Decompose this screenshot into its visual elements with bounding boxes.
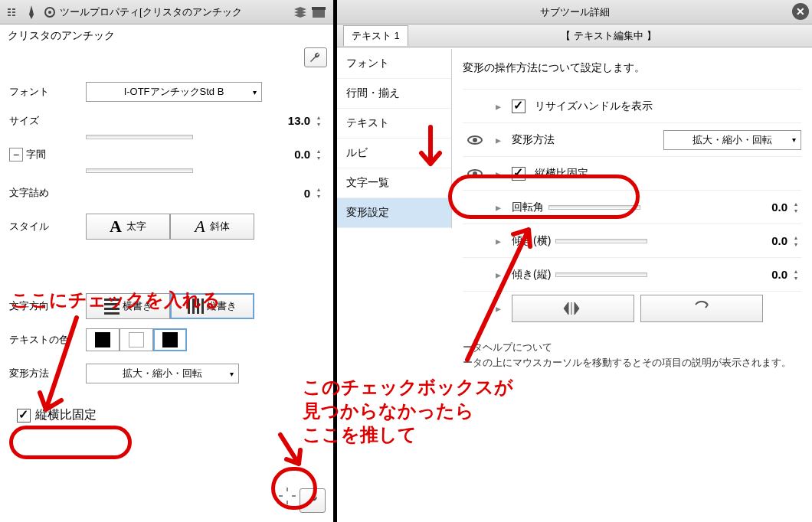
- tsume-row: 文字詰め 0: [9, 178, 324, 208]
- tracking-value[interactable]: 0.0: [272, 148, 310, 161]
- cat-transform[interactable]: 変形設定: [337, 198, 451, 228]
- svg-rect-13: [292, 495, 296, 497]
- cat-line[interactable]: 行間・揃え: [337, 79, 451, 109]
- skew-h-slider[interactable]: [555, 239, 647, 243]
- skew-h-stepper[interactable]: [791, 233, 801, 250]
- resize-handle-label: リサイズハンドルを表示: [535, 100, 653, 113]
- bold-button[interactable]: A太字: [86, 214, 170, 240]
- svg-rect-9: [312, 7, 326, 10]
- svg-rect-8: [313, 10, 325, 18]
- keep-ratio-checkbox-right[interactable]: [512, 167, 526, 181]
- transform-label: 変形方法: [9, 367, 86, 380]
- skew-h-value[interactable]: 0.0: [749, 234, 787, 247]
- keep-ratio-label-left: 縦横比固定: [35, 407, 97, 423]
- vertical-button[interactable]: 縦書き: [170, 293, 254, 319]
- size-slider[interactable]: [86, 135, 193, 139]
- svg-rect-5: [12, 15, 15, 16]
- tracking-slider[interactable]: [86, 168, 193, 173]
- style-row: スタイル A太字 A斜体: [9, 211, 324, 242]
- cat-ruby[interactable]: ルビ: [337, 139, 451, 168]
- svg-rect-1: [8, 11, 11, 13]
- wrench-button-top[interactable]: [304, 47, 327, 67]
- grip-icon[interactable]: [5, 4, 21, 21]
- size-label: サイズ: [9, 114, 86, 128]
- skew-v-stepper[interactable]: [791, 266, 801, 283]
- expand-icon[interactable]: ▸: [487, 269, 509, 281]
- expand-icon[interactable]: ▸: [487, 235, 509, 247]
- expand-icon[interactable]: ▸: [487, 302, 509, 315]
- right-title: サブツール詳細: [540, 5, 610, 19]
- horizontal-button[interactable]: 横書き: [86, 293, 170, 319]
- rotation-stepper[interactable]: [791, 199, 801, 216]
- right-body: 変形の操作方法について設定します。 ▸ リサイズハンドルを表示 ▸ 変形方法 拡…: [452, 49, 812, 522]
- font-label: フォント: [9, 85, 86, 99]
- visibility-eye[interactable]: [463, 135, 487, 145]
- clapper-icon[interactable]: [310, 4, 327, 21]
- direction-label: 文字方向: [9, 299, 86, 313]
- loading-icon: [278, 487, 296, 508]
- text-tab[interactable]: テキスト 1: [343, 25, 408, 46]
- expand-icon[interactable]: ▸: [487, 168, 509, 180]
- expand-icon[interactable]: ▸: [487, 100, 509, 113]
- direction-row: 文字方向 横書き 縦書き: [9, 291, 324, 321]
- pen-icon: [23, 4, 40, 21]
- text-color-label: テキストの色: [9, 333, 86, 347]
- stack-icon[interactable]: [292, 4, 309, 21]
- visibility-eye[interactable]: [463, 169, 487, 178]
- skew-h-label: 傾き(横): [512, 234, 551, 248]
- tracking-label: 字間: [26, 148, 87, 161]
- method-dropdown[interactable]: 拡大・縮小・回転: [663, 130, 801, 150]
- expand-icon[interactable]: ▸: [487, 134, 509, 146]
- rotation-row: ▸ 回転角 0.0: [463, 190, 801, 223]
- flip-vertical-button[interactable]: [640, 295, 763, 322]
- skew-v-row: ▸ 傾き(縦) 0.0: [463, 257, 801, 291]
- style-label: スタイル: [9, 220, 86, 233]
- close-button[interactable]: ✕: [792, 3, 809, 20]
- tracking-stepper[interactable]: [313, 146, 324, 163]
- color-swatch-3[interactable]: [153, 328, 187, 351]
- gear-icon[interactable]: [41, 4, 58, 21]
- font-row: フォント I-OTFアンチックStd B: [9, 77, 324, 107]
- color-swatch-1[interactable]: [86, 328, 120, 351]
- flip-row: ▸: [463, 291, 801, 325]
- rotation-label: 回転角: [512, 201, 544, 214]
- size-stepper[interactable]: [313, 113, 324, 129]
- tracking-expand-icon[interactable]: −: [9, 148, 23, 161]
- resize-handle-row: ▸ リサイズハンドルを表示: [463, 89, 801, 122]
- resize-handle-checkbox[interactable]: [512, 100, 526, 113]
- transform-row: 変形方法 拡大・縮小・回転: [9, 358, 324, 389]
- cat-charlist[interactable]: 文字一覧: [337, 168, 451, 198]
- svg-rect-10: [286, 488, 288, 491]
- cat-font[interactable]: フォント: [337, 49, 451, 79]
- svg-rect-11: [286, 501, 288, 504]
- italic-button[interactable]: A斜体: [170, 214, 254, 240]
- tool-name-row: クリスタのアンチック: [0, 24, 333, 47]
- left-title: ツールプロパティ[クリスタのアンチック: [60, 5, 242, 19]
- rotation-slider[interactable]: [548, 205, 640, 210]
- category-list: フォント 行間・揃え テキスト ルビ 文字一覧 変形設定: [337, 49, 452, 228]
- transform-dropdown[interactable]: 拡大・縮小・回転: [86, 364, 239, 383]
- method-row: ▸ 変形方法 拡大・縮小・回転: [463, 122, 801, 156]
- keep-ratio-label-right: 縦横比固定: [535, 167, 588, 181]
- color-swatch-2[interactable]: [120, 328, 153, 351]
- keep-ratio-row-left: 縦横比固定: [8, 403, 333, 428]
- size-value[interactable]: 13.0: [272, 114, 310, 127]
- flip-horizontal-button[interactable]: [512, 295, 634, 322]
- skew-v-slider[interactable]: [555, 272, 647, 277]
- tsume-stepper[interactable]: [313, 184, 324, 201]
- keep-ratio-checkbox-left[interactable]: [17, 409, 31, 422]
- expand-icon[interactable]: ▸: [487, 201, 509, 214]
- subtool-detail-panel: サブツール詳細 ✕ テキスト 1 【 テキスト編集中 】 フォント 行間・揃え …: [337, 0, 812, 522]
- skew-v-value[interactable]: 0.0: [749, 268, 787, 281]
- rotation-value[interactable]: 0.0: [749, 201, 787, 214]
- cat-text[interactable]: テキスト: [337, 109, 451, 139]
- right-titlebar: サブツール詳細 ✕: [337, 0, 812, 24]
- method-label: 変形方法: [512, 133, 555, 147]
- tsume-value[interactable]: 0: [272, 187, 310, 200]
- eye-icon: [467, 135, 483, 145]
- svg-rect-0: [8, 8, 11, 10]
- tool-property-panel: ツールプロパティ[クリスタのアンチック クリスタのアンチック フォント I-OT…: [0, 0, 333, 522]
- svg-rect-4: [12, 11, 15, 13]
- wrench-button-bottom[interactable]: [300, 488, 326, 513]
- font-dropdown[interactable]: I-OTFアンチックStd B: [86, 82, 262, 102]
